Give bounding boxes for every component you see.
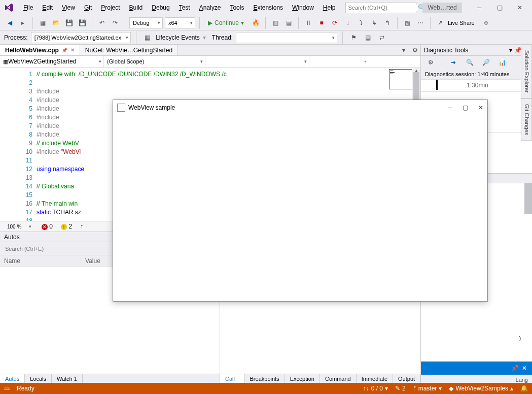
new-project-icon[interactable]: ▦	[37, 17, 48, 28]
tool-icon-4[interactable]: ⋯	[415, 17, 426, 28]
thread-label: Thread:	[212, 34, 233, 41]
maximize-icon[interactable]: ▢	[463, 104, 468, 111]
diag-footer: 📌✕	[421, 362, 532, 375]
platform-combo[interactable]: x64	[165, 17, 195, 28]
bell-icon[interactable]: 🔔	[520, 385, 528, 392]
thread-combo[interactable]	[236, 32, 337, 43]
restart-icon[interactable]: ⟳	[329, 17, 340, 28]
tab-nuget[interactable]: NuGet: WebVie…GettingStarted	[80, 45, 178, 55]
continue-button[interactable]: ▶ Continue ▾	[204, 17, 248, 28]
split-icon[interactable]: ⫞	[309, 56, 420, 67]
branch[interactable]: ᚠ master ▾	[413, 385, 442, 392]
process-label: Process:	[4, 34, 28, 41]
pending-changes[interactable]: ✎ 2	[395, 385, 406, 392]
stack-icon[interactable]: ▤	[362, 32, 373, 43]
menu-tools[interactable]: Tools	[226, 2, 248, 13]
menu-debug[interactable]: Debug	[148, 2, 173, 13]
member-combo[interactable]	[205, 56, 309, 67]
menu-build[interactable]: Build	[125, 2, 147, 13]
zoom-in-icon[interactable]: 🔍	[464, 57, 475, 68]
project-combo[interactable]: ▦ WebView2GettingStarted	[0, 56, 104, 67]
menu-view[interactable]: View	[58, 2, 79, 13]
redo-icon[interactable]: ↷	[110, 17, 121, 28]
repo[interactable]: ◆ WebView2Samples ▴	[449, 385, 513, 392]
tab-hellwebview[interactable]: HelloWebView.cpp📌✕	[0, 45, 80, 55]
pin-icon[interactable]: 📌	[62, 48, 67, 53]
scrollbar-thumb[interactable]	[524, 183, 532, 214]
flag-icon[interactable]: ⚑	[348, 32, 359, 43]
thread-icon[interactable]: ⇄	[376, 32, 387, 43]
dropdown-icon[interactable]: ▾	[509, 47, 512, 54]
save-all-icon[interactable]: 💾	[77, 17, 88, 28]
feedback-icon[interactable]: ☺	[481, 17, 492, 28]
close-tab-icon[interactable]: ✕	[70, 47, 75, 53]
stop-icon[interactable]: ■	[316, 17, 327, 28]
close-x-icon[interactable]: ✕	[522, 365, 527, 372]
pause-icon[interactable]: ⏸	[303, 17, 314, 28]
up-arrow-icon[interactable]: ↑	[80, 223, 83, 230]
tool-icon-1[interactable]: ▥	[270, 17, 281, 28]
close-icon[interactable]: ✕	[478, 104, 483, 111]
webview-sample-window[interactable]: WebView sample ─ ▢ ✕	[113, 100, 488, 302]
close-panel-icon[interactable]: 📌	[511, 365, 519, 372]
zoom-combo[interactable]: 100 %	[4, 222, 33, 231]
menu-project[interactable]: Project	[97, 2, 124, 13]
save-icon[interactable]: 💾	[63, 17, 75, 28]
config-combo[interactable]: Debug	[129, 17, 163, 28]
chart-icon[interactable]: 📊	[496, 57, 508, 68]
arrow-right-icon[interactable]: ➜	[448, 57, 459, 68]
quick-launch[interactable]: 🔍	[345, 2, 416, 13]
col-name[interactable]: Name	[0, 255, 81, 266]
warning-count[interactable]: ! 2	[61, 223, 72, 230]
line-gutter: 1234567891011121314151617181920212223	[0, 68, 37, 221]
menu-extensions[interactable]: Extensions	[249, 2, 287, 13]
main-menu: FileEditViewGitProjectBuildDebugTestAnal…	[19, 2, 339, 13]
nav-back-icon[interactable]: ◀	[4, 17, 15, 28]
menu-test[interactable]: Test	[175, 2, 194, 13]
scope-combo[interactable]: (Global Scope)	[104, 56, 205, 67]
step-into-icon[interactable]: ↳	[369, 17, 380, 28]
document-tabs: HelloWebView.cpp📌✕ NuGet: WebVie…Getting…	[0, 45, 420, 56]
minimize-icon[interactable]: ─	[469, 2, 489, 13]
hot-reload-icon[interactable]: 🔥	[250, 17, 261, 28]
lifecycle-icon[interactable]: ▦	[141, 32, 153, 43]
side-tab-solution-explorer[interactable]: Solution Explorer	[521, 45, 532, 98]
process-combo[interactable]: [7988] WebView2GettingStarted.ex	[31, 32, 131, 43]
step-out-icon[interactable]: ↰	[382, 17, 393, 28]
diag-toolbar: ⚙ | ➜ 🔍 🔎 📊	[421, 56, 532, 69]
menu-edit[interactable]: Edit	[38, 2, 57, 13]
tab-dropdown-icon[interactable]: ▾	[398, 45, 409, 56]
navigation-bar: ▦ WebView2GettingStarted (Global Scope) …	[0, 56, 420, 68]
time-marker[interactable]	[436, 80, 438, 90]
liveshare-icon[interactable]: ↗	[435, 17, 446, 28]
close-icon[interactable]: ✕	[510, 2, 530, 13]
zoom-out-icon[interactable]: 🔎	[480, 57, 491, 68]
debug-location-toolbar: Process: [7988] WebView2GettingStarted.e…	[0, 30, 532, 45]
git-updown[interactable]: ↑↓ 0 / 0 ▾	[363, 385, 388, 392]
step-icon-1[interactable]: ↓	[342, 17, 353, 28]
undo-icon[interactable]: ↶	[96, 17, 108, 28]
gear-icon[interactable]: ⚙	[409, 45, 420, 56]
side-tab-git-changes[interactable]: Git Changes	[521, 98, 532, 141]
menu-file[interactable]: File	[19, 2, 37, 13]
error-count[interactable]: ✕ 0	[42, 223, 53, 230]
app-icon	[117, 104, 125, 112]
nav-fwd-icon[interactable]: ▸	[17, 17, 28, 28]
menu-window[interactable]: Window	[288, 2, 318, 13]
menu-git[interactable]: Git	[80, 2, 96, 13]
lifecycle-label: Lifecycle Events	[156, 34, 200, 41]
liveshare-label[interactable]: Live Share	[448, 20, 475, 26]
maximize-icon[interactable]: ▢	[489, 2, 510, 13]
diag-ruler[interactable]: 1:30min 1:40m	[421, 80, 532, 92]
open-file-icon[interactable]: 📂	[50, 17, 61, 28]
minimize-icon[interactable]: ─	[448, 104, 452, 111]
menu-analyze[interactable]: Analyze	[195, 2, 225, 13]
tool-icon-2[interactable]: ▤	[283, 17, 294, 28]
quick-launch-input[interactable]	[348, 5, 418, 11]
status-mode-icon: ▭	[4, 385, 10, 392]
menu-help[interactable]: Help	[319, 2, 340, 13]
tool-icon-3[interactable]: ▧	[402, 17, 413, 28]
step-over-icon[interactable]: ⤵	[356, 17, 367, 28]
status-ready: Ready	[17, 385, 34, 392]
gear-icon[interactable]: ⚙	[425, 57, 436, 68]
